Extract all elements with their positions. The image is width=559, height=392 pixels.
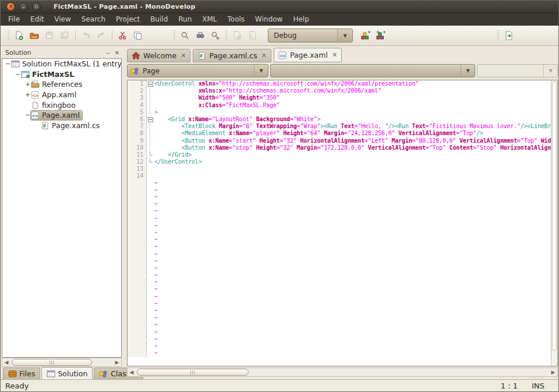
empty-line-tilde[interactable]: ~ [128,272,551,279]
menu-edit[interactable]: Edit [25,13,49,26]
maximize-window-icon[interactable]: ▫ [32,2,41,11]
scrollbar-thumb[interactable] [137,369,249,376]
search-button[interactable] [178,28,193,43]
tab-welcome[interactable]: Welcome✕ [127,49,190,62]
menu-view[interactable]: View [49,13,76,26]
build-project-button[interactable] [374,28,389,43]
empty-line-tilde[interactable]: ~ [128,258,551,265]
tree-item-fixingboo[interactable]: fixingboo [2,100,121,110]
scrollbar-thumb[interactable] [552,82,557,351]
tree-item-solution-fictmaxsl-1-entry-[interactable]: −Solution FictMaxSL (1 entry) [2,59,121,69]
pad-close-icon[interactable]: ✕ [112,50,122,56]
toolbar-grip[interactable] [174,30,175,41]
empty-line-tilde[interactable]: ~ [128,279,551,286]
empty-line-tilde[interactable]: ~ [128,343,551,350]
empty-line-tilde[interactable]: ~ [128,336,551,343]
empty-line-tilde[interactable]: ~ [128,194,551,201]
tree-item-app-xaml[interactable]: +<>App.xaml [2,90,121,100]
next-bookmark-button[interactable] [245,28,260,43]
tree-expander-icon[interactable]: + [24,91,31,98]
code-line-6[interactable]: 6 <Grid x:Name="LayoutRoot" Background="… [128,116,551,123]
empty-line-tilde[interactable]: ~ [128,180,551,187]
empty-line-tilde[interactable]: ~ [128,243,551,250]
scrollbar-thumb[interactable] [12,359,92,366]
tree-item-page-xaml-cs[interactable]: #Page.xaml.cs [2,121,121,131]
empty-line-tilde[interactable]: ~ [128,216,551,223]
tree-item-page-xaml[interactable]: −<>Page.xaml [2,110,121,121]
empty-line-tilde[interactable]: ~ [128,315,551,322]
menu-tools[interactable]: Tools [222,13,250,26]
code-line-14[interactable]: 14 [128,172,551,179]
minimize-window-icon[interactable]: ⌄ [19,2,28,11]
tree-item-body[interactable]: fixingboo [31,100,78,110]
copy-button[interactable] [130,28,146,43]
configuration-select[interactable]: Debug ▼ [268,29,353,43]
tree-expander-icon[interactable]: + [24,80,31,88]
menu-xml[interactable]: XML [197,13,222,26]
toolbar-grip[interactable] [497,30,499,41]
tab-close-icon[interactable]: ✕ [332,51,337,59]
tab-close-icon[interactable]: ✕ [181,52,186,59]
build-solution-button[interactable] [359,28,374,43]
empty-line-tilde[interactable]: ~ [128,265,551,272]
tree-item-body[interactable]: FictMaxSL [21,69,76,79]
code-line-2[interactable]: 2 xmlns:x="http://schemas.microsoft.com/… [128,87,551,94]
fold-collapse-icon[interactable] [147,80,154,87]
pad-tab-files[interactable]: Files [3,368,40,379]
code-line-13[interactable]: 13 [128,165,551,172]
tab-close-icon[interactable]: ✕ [261,52,267,59]
scroll-left-icon[interactable]: ◀ [128,368,136,376]
tree-expander-icon[interactable]: − [15,70,21,78]
menu-window[interactable]: Window [250,13,288,26]
toolbar-grip[interactable] [8,30,9,41]
tree-expander-icon[interactable]: − [24,111,31,119]
tree-expander-icon[interactable]: − [5,60,11,68]
run-document-button[interactable] [501,28,516,43]
solution-horizontal-scrollbar[interactable]: ◀ ▶ [2,358,122,367]
tree-item-body[interactable]: References [31,80,84,89]
code-line-4[interactable]: 4 x:Class="FictMaxSL.Page" [128,102,551,109]
find-replace-button[interactable] [208,28,223,43]
scroll-left-icon[interactable]: ◀ [2,358,10,366]
empty-line-tilde[interactable]: ~ [128,286,551,293]
code-line-9[interactable]: 9 <Button x:Name="start" Height="32" Hor… [128,137,551,144]
pad-tab-solution[interactable]: Solution [41,367,93,379]
menu-project[interactable]: Project [111,13,145,26]
save-button[interactable] [42,28,57,43]
code-line-12[interactable]: 12</UserControl> [128,158,551,165]
empty-line-tilde[interactable]: ~ [128,236,551,243]
tree-item-body[interactable]: #Page.xaml.cs [41,121,102,130]
empty-line-tilde[interactable]: ~ [128,208,551,215]
code-line-5[interactable]: 5> [128,109,551,116]
member-path-select[interactable]: ▼ [270,64,475,77]
empty-line-tilde[interactable]: ~ [128,294,551,301]
code-line-11[interactable]: 11 </Grid> [128,151,551,158]
code-editor[interactable]: 1<UserControl xmlns="http://schemas.micr… [127,80,558,366]
cut-button[interactable] [115,28,130,43]
code-line-1[interactable]: 1<UserControl xmlns="http://schemas.micr… [128,80,551,87]
toggle-bookmark-button[interactable] [229,28,245,43]
editor-horizontal-scrollbar[interactable]: ◀ ▶ [127,368,558,377]
empty-line-tilde[interactable]: ~ [128,251,551,258]
close-window-icon[interactable]: ✕ [6,2,15,11]
open-file-button[interactable] [27,28,42,43]
scroll-right-icon[interactable]: ▶ [549,368,557,376]
scroll-right-icon[interactable]: ▶ [113,358,121,366]
menu-file[interactable]: File [3,13,25,26]
empty-line-tilde[interactable]: ~ [128,350,551,357]
redo-button[interactable] [94,28,109,43]
empty-line-tilde[interactable]: ~ [128,329,551,336]
new-file-button[interactable] [12,28,27,43]
pad-minimize-icon[interactable]: ‒ [103,50,112,56]
code-line-7[interactable]: 7 <TextBlock Margin="8" TextWrapping="Wr… [128,123,551,130]
element-path-select[interactable]: Page ▼ [127,64,268,77]
empty-line-tilde[interactable]: ~ [128,229,551,236]
tree-item-body[interactable]: <>Page.xaml [31,111,82,120]
menu-help[interactable]: Help [288,13,314,26]
find-in-files-button[interactable] [193,28,208,43]
fold-collapse-icon[interactable] [147,116,154,123]
tab-page-xaml-cs[interactable]: #Page.xaml.cs✕ [193,49,271,62]
tree-item-body[interactable]: <>App.xaml [31,90,79,100]
code-line-3[interactable]: 3 Width="500" Height="350" [128,94,551,101]
undo-button[interactable] [79,28,94,43]
